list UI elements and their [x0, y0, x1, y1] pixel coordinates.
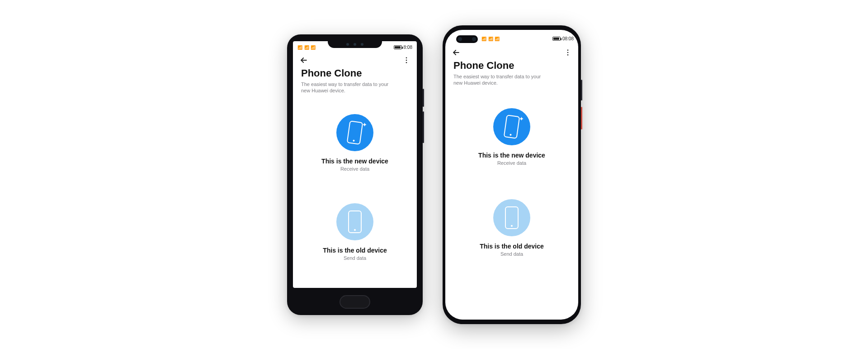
- svg-point-3: [567, 49, 569, 51]
- new-device-title: This is the new device: [478, 152, 545, 159]
- sparkle-icon: ✦: [362, 121, 367, 128]
- back-icon[interactable]: [299, 56, 308, 65]
- page-subtitle: The easiest way to transfer data to your…: [445, 72, 554, 87]
- sparkle-icon: ✦: [519, 115, 524, 122]
- svg-point-5: [567, 54, 569, 55]
- old-device-sub: Send data: [500, 251, 523, 257]
- app-bar: [445, 45, 578, 57]
- power-button: [581, 107, 582, 129]
- status-signal: 📶📶📶: [297, 45, 316, 50]
- new-device-sub: Receive data: [340, 166, 369, 172]
- svg-point-1: [406, 59, 407, 61]
- page-subtitle: The easiest way to transfer data to your…: [293, 80, 401, 95]
- phone-right-device: 📶📶📶 08:08 Phone Clone The easiest way to…: [443, 25, 581, 324]
- status-signal: 📶📶📶: [481, 37, 500, 41]
- new-device-option[interactable]: ✦ This is the new device Receive data: [467, 108, 557, 166]
- back-icon[interactable]: [452, 48, 461, 57]
- status-time: 8:08: [404, 45, 412, 50]
- old-device-sub: Send data: [344, 255, 366, 261]
- page-title: Phone Clone: [293, 65, 417, 80]
- svg-point-0: [406, 57, 407, 58]
- old-device-option[interactable]: This is the old device Send data: [467, 199, 557, 257]
- new-device-sub: Receive data: [497, 160, 526, 166]
- app-bar: [293, 53, 417, 65]
- svg-point-4: [567, 52, 569, 53]
- home-button[interactable]: [340, 295, 370, 309]
- camera-pill: [456, 35, 478, 43]
- new-device-title: This is the new device: [321, 158, 388, 165]
- phone-left-screen: 📶📶📶 8:08 Phone Clone The easiest way to …: [293, 41, 417, 288]
- old-device-icon: [336, 203, 373, 240]
- svg-point-2: [406, 62, 407, 63]
- volume-button: [581, 80, 582, 100]
- phone-right-screen: 📶📶📶 08:08 Phone Clone The easiest way to…: [445, 30, 578, 320]
- display-notch: [328, 41, 382, 48]
- phone-left-device: 📶📶📶 8:08 Phone Clone The easiest way to …: [287, 34, 423, 315]
- old-device-title: This is the old device: [480, 243, 544, 250]
- power-button: [423, 89, 424, 107]
- page-title: Phone Clone: [445, 57, 578, 72]
- battery-icon: [552, 37, 561, 41]
- old-device-option[interactable]: This is the old device Send data: [310, 203, 400, 261]
- more-icon[interactable]: [402, 56, 410, 64]
- new-device-icon: ✦: [493, 108, 530, 145]
- volume-button: [423, 111, 424, 143]
- new-device-icon: ✦: [336, 114, 373, 151]
- status-time: 08:08: [562, 36, 574, 41]
- old-device-icon: [493, 199, 530, 236]
- more-icon[interactable]: [564, 48, 572, 57]
- new-device-option[interactable]: ✦ This is the new device Receive data: [310, 114, 400, 172]
- old-device-title: This is the old device: [323, 247, 387, 254]
- battery-icon: [394, 45, 402, 49]
